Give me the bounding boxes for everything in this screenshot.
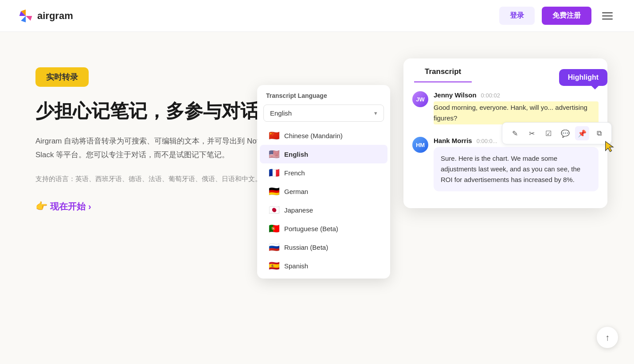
dropdown-title: Transcript Language [257,92,390,105]
hero-section: 实时转录 少担心记笔记，多参与对话 Airgram 自动将语音转录为可搜索、可编… [0,32,634,306]
flag-icon: 🇺🇸 [269,149,280,159]
lang-label: German [284,188,308,195]
table-row: JW Jenny Wilson 0:00:02 Good morning, ev… [412,91,599,124]
lang-label: French [284,169,305,177]
menu-line [602,19,613,19]
list-item[interactable]: 🇵🇹 Portuguese (Beta) [260,219,387,238]
logo-icon [18,8,34,24]
menu-line [602,15,613,16]
cta-arrow: › [88,201,91,212]
sender-name: Hank Morris [434,137,472,144]
transcript-body: JW Jenny Wilson 0:00:02 Good morning, ev… [403,82,607,208]
language-dropdown: Transcript Language English ▾ 🇨🇳 Chinese… [257,85,390,279]
transcript-header: Transcript [414,58,472,82]
list-item[interactable]: 🇩🇪 German [260,182,387,201]
navbar: airgram 登录 免费注册 [0,0,634,32]
cursor-icon [603,140,616,153]
scissors-icon[interactable]: ✂ [524,126,539,140]
message-content: Jenny Wilson 0:00:02 Good morning, every… [434,91,599,124]
pin-icon[interactable]: 📌 [575,126,589,140]
lang-label: English [284,151,308,158]
svg-marker-2 [21,16,26,22]
toolbar: ✎ ✂ ☑ 💬 📌 ⧉ [502,122,612,144]
lang-label: Spanish [284,262,308,270]
check-icon[interactable]: ☑ [541,126,556,140]
flag-icon: 🇪🇸 [269,260,280,271]
lang-label: Portuguese (Beta) [284,225,338,232]
nav-right: 登录 免费注册 [499,7,616,25]
message-time: 0:00:02 [481,92,500,99]
message-content: Hank Morris 0:00:0... Sure. Here is the … [434,137,599,191]
chevron-down-icon: ▾ [374,110,377,116]
flag-icon: 🇷🇺 [269,242,280,252]
cta-link[interactable]: 👉 现在开始 › [35,201,91,213]
transcript-panel: Transcript JW Jenny Wilson 0:00:02 Good … [403,58,607,208]
lang-label: Russian (Beta) [284,244,328,251]
flag-icon: 🇨🇳 [269,130,280,141]
list-item[interactable]: 🇪🇸 Spanish [260,256,387,275]
dropdown-selected-value: English [270,109,292,117]
hero-description: Airgram 自动将语音转录为可搜索、可编辑的文本，并可导出到 Notion … [35,135,284,162]
flag-icon: 🇫🇷 [269,167,280,178]
hero-right: Transcript Language English ▾ 🇨🇳 Chinese… [306,58,607,271]
scroll-to-top-button[interactable]: ↑ [597,327,618,348]
avatar: HM [412,137,428,153]
highlight-tooltip: Highlight [559,69,607,86]
list-item[interactable]: 🇯🇵 Japanese [260,201,387,219]
edit-icon[interactable]: ✎ [508,126,522,140]
cta-label: 现在开始 [50,201,86,213]
hero-title: 少担心记笔记，多参与对话 [35,100,284,122]
hero-badge: 实时转录 [35,67,89,87]
message-text: Good morning, everyone. Hank, will yo...… [434,101,599,124]
hero-languages: 支持的语言：英语、西班牙语、德语、法语、葡萄牙语、俄语、日语和中文。 [35,173,284,185]
message-meta: Jenny Wilson 0:00:02 [434,91,599,99]
message-time: 0:00:0... [477,138,497,144]
lang-label: Japanese [284,206,313,214]
flag-icon: 🇩🇪 [269,186,280,197]
dropdown-select[interactable]: English ▾ [263,105,384,122]
table-row: HM Hank Morris 0:00:0... Sure. Here is t… [412,137,599,191]
message-text: Sure. Here is the chart. We made some ad… [441,153,591,185]
message-bubble: Sure. Here is the chart. We made some ad… [434,147,599,191]
login-button[interactable]: 登录 [499,7,535,25]
cta-emoji: 👉 [35,201,47,212]
svg-marker-3 [26,16,32,21]
flag-icon: 🇵🇹 [269,223,280,234]
sender-name: Jenny Wilson [434,91,477,99]
list-item[interactable]: 🇨🇳 Chinese (Mandarin) [260,126,387,145]
list-item[interactable]: 🇷🇺 Russian (Beta) [260,238,387,256]
menu-button[interactable] [599,9,616,23]
avatar: JW [412,91,428,107]
flag-icon: 🇯🇵 [269,205,280,215]
list-item[interactable]: 🇫🇷 French [260,163,387,182]
register-button[interactable]: 免费注册 [542,7,591,25]
menu-line [602,12,613,13]
chat-icon[interactable]: 💬 [558,126,572,140]
tab-transcript[interactable]: Transcript [425,67,461,81]
copy-icon[interactable]: ⧉ [592,126,606,140]
hero-left: 实时转录 少担心记笔记，多参与对话 Airgram 自动将语音转录为可搜索、可编… [35,58,284,213]
logo[interactable]: airgram [18,8,73,24]
lang-label: Chinese (Mandarin) [284,132,343,139]
language-list: 🇨🇳 Chinese (Mandarin) 🇺🇸 English 🇫🇷 Fren… [257,126,390,275]
list-item[interactable]: 🇺🇸 English [260,145,387,163]
